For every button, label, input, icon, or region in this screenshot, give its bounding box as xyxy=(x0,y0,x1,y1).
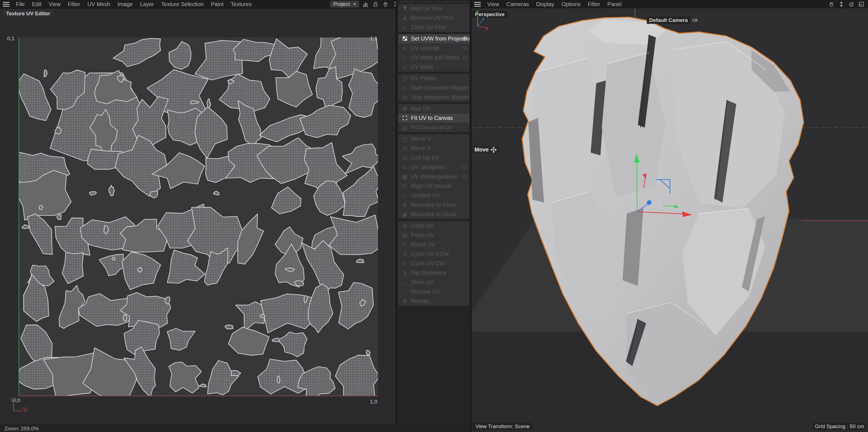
cmd-uv-unwrap[interactable]: ≋UV Unwrap⚙ xyxy=(398,44,469,53)
uv-island[interactable] xyxy=(208,361,239,395)
uv-menu-filter[interactable]: Filter xyxy=(64,0,84,8)
uv-island[interactable] xyxy=(44,70,47,77)
cmd-boundary-to-circle[interactable]: ⊚Boundary to Circle xyxy=(398,200,469,210)
cmd-stop-interactive-mapping[interactable]: ⊘Stop Interactive Mapping xyxy=(398,93,469,102)
hand-icon[interactable] xyxy=(382,1,389,8)
uv-island[interactable] xyxy=(231,370,241,376)
uv-island[interactable] xyxy=(335,355,378,396)
cmd-remap[interactable]: ⚒Remap... xyxy=(398,297,469,306)
cmd-cycle-uv-ccw[interactable]: ↺Cycle UV CCW xyxy=(398,250,469,259)
palette-grip[interactable] xyxy=(399,1,468,3)
project-dropdown[interactable]: Project xyxy=(330,1,359,7)
uv-island[interactable] xyxy=(278,332,307,357)
gear-icon[interactable]: ⚙ xyxy=(462,164,467,171)
uv-island[interactable] xyxy=(339,283,374,329)
camera-label[interactable]: Default Camera xyxy=(647,17,698,24)
cmd-unstitch-uv[interactable]: ≀Unstitch UV xyxy=(398,191,469,200)
uv-island[interactable] xyxy=(272,187,301,214)
cmd-mirror-v[interactable]: ⊟Mirror V xyxy=(398,144,469,153)
uv-island[interactable] xyxy=(277,376,280,383)
uv-island[interactable] xyxy=(95,70,137,104)
uv-island[interactable] xyxy=(195,107,227,159)
uv-island[interactable] xyxy=(167,328,195,350)
vp-menu-options[interactable]: Options xyxy=(558,0,584,8)
uv-menu-textures[interactable]: Textures xyxy=(227,0,255,8)
cmd-restore-uv[interactable]: ↑Restore UV xyxy=(398,287,469,297)
cmd-mirror-u[interactable]: ◫Mirror U xyxy=(398,134,469,144)
uv-island[interactable] xyxy=(214,191,219,195)
uv-island[interactable] xyxy=(27,214,52,254)
uv-island[interactable] xyxy=(90,192,96,195)
updown-icon[interactable] xyxy=(838,1,845,8)
uv-island[interactable] xyxy=(225,325,233,329)
uv-menu-paint[interactable]: Paint xyxy=(207,0,227,8)
cmd-add-uv-pins[interactable]: Add UV Pins xyxy=(398,4,469,13)
uv-island[interactable] xyxy=(109,185,115,196)
cmd-uv-weld-and-relax[interactable]: ⌐UV Weld and Relax⚙ xyxy=(398,53,469,62)
cmd-reset-uv[interactable]: ↶Reset UV xyxy=(398,240,469,250)
cmd-remove-uv-pins[interactable]: Remove UV Pins xyxy=(398,13,469,23)
uv-island[interactable] xyxy=(62,253,83,284)
uv-island[interactable] xyxy=(349,69,378,117)
cmd-store-uv[interactable]: ↓Store UV xyxy=(398,278,469,287)
pane-icon[interactable] xyxy=(858,1,865,8)
cmd-line-up-uv[interactable]: ⊡Line Up UV xyxy=(398,153,469,163)
cmd-paste-uv[interactable]: ▤Paste UV xyxy=(398,231,469,240)
uv-island[interactable] xyxy=(261,294,316,333)
uv-island[interactable] xyxy=(238,214,264,264)
camera-icon[interactable] xyxy=(692,18,698,23)
uv-island[interactable] xyxy=(356,259,364,263)
uv-island[interactable] xyxy=(300,106,351,138)
vp-menu-display[interactable]: Display xyxy=(532,0,558,8)
cmd-uv-peeler[interactable]: ◳UV Peeler xyxy=(398,74,469,83)
cmd-fit-canvas-to-uv[interactable]: ⊞Fit Canvas to UV xyxy=(398,123,469,132)
uv-canvas[interactable] xyxy=(19,37,378,396)
perspective-viewport[interactable]: Perspective Default Camera Move xyxy=(471,8,868,432)
hamburger-menu-icon[interactable] xyxy=(471,2,484,7)
cmd-boundary-to-quad[interactable]: ▣Boundary to Quad xyxy=(398,210,469,219)
gear-icon[interactable]: ⚙ xyxy=(462,54,467,61)
gear-icon[interactable]: ⚙ xyxy=(462,35,467,42)
cmd-uv-straighten[interactable]: ≡UV Straighten⚙ xyxy=(398,163,469,172)
uv-island[interactable] xyxy=(276,71,313,107)
uv-island[interactable] xyxy=(269,39,308,79)
uv-island[interactable] xyxy=(113,38,161,66)
uv-island[interactable] xyxy=(167,250,205,283)
cmd-max-uv[interactable]: ⊠Max UV xyxy=(398,104,469,113)
gear-icon[interactable]: ⚙ xyxy=(462,173,467,180)
cmd-start-interactive-mapping[interactable]: ▷Start Interactive Mapping xyxy=(398,83,469,93)
hand-icon[interactable] xyxy=(828,1,835,8)
tab-texture-uv-editor[interactable]: Texture UV Editor xyxy=(3,10,54,18)
uv-island[interactable] xyxy=(343,167,378,217)
hamburger-menu-icon[interactable] xyxy=(0,2,12,7)
uv-island[interactable] xyxy=(19,74,51,121)
uv-island[interactable] xyxy=(99,254,125,276)
uv-island[interactable] xyxy=(22,225,29,229)
lock-icon[interactable] xyxy=(372,1,379,8)
cmd-copy-uv[interactable]: ⧉Copy UV xyxy=(398,221,469,231)
uv-island[interactable] xyxy=(199,384,206,387)
cmd-set-uvw-from-projection[interactable]: Set UVW from Projection⚙ xyxy=(398,34,469,44)
uv-menu-file[interactable]: File xyxy=(12,0,28,8)
cmd-uv-rectangularize[interactable]: ▦UV Rectangularize⚙ xyxy=(398,172,469,181)
cmd-flip-sequence[interactable]: ⇅Flip Sequence xyxy=(398,268,469,278)
cmd-uv-weld[interactable]: [{]UV Weld xyxy=(398,62,469,71)
cmd-fit-uv-to-canvas[interactable]: Fit UV to Canvas xyxy=(398,113,469,123)
axis-orientation-gizmo[interactable]: Y Z X xyxy=(471,8,488,33)
uv-island[interactable] xyxy=(169,362,202,393)
uv-island[interactable] xyxy=(272,338,280,342)
cmd-clear-uv-pins[interactable]: ×Clear UV Pins xyxy=(398,23,469,32)
uv-island[interactable] xyxy=(366,350,370,355)
uv-menu-edit[interactable]: Edit xyxy=(28,0,45,8)
cmd-align-uv-islands[interactable]: ↻Align UV Islands xyxy=(398,181,469,191)
histogram-icon[interactable] xyxy=(362,1,369,8)
uv-menu-texture-selection[interactable]: Texture Selection xyxy=(157,0,207,8)
uv-menu-view[interactable]: View xyxy=(45,0,64,8)
orbit-icon[interactable] xyxy=(848,1,855,8)
uv-island[interactable] xyxy=(195,40,243,80)
uv-island[interactable] xyxy=(150,191,158,198)
uv-island[interactable] xyxy=(169,41,191,69)
cmd-cycle-uv-cw[interactable]: ↻Cycle UV CW xyxy=(398,259,469,268)
vp-menu-filter[interactable]: Filter xyxy=(584,0,604,8)
vp-menu-panel[interactable]: Panel xyxy=(604,0,625,8)
